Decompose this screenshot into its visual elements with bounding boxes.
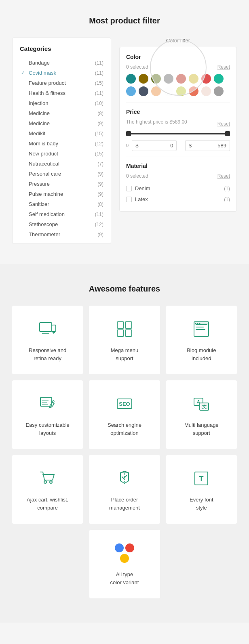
- price-slider-fill: [126, 133, 230, 134]
- svg-rect-11: [196, 327, 204, 327]
- material-item[interactable]: Denim(1): [126, 183, 230, 194]
- color-swatch[interactable]: [164, 86, 173, 96]
- svg-rect-1: [42, 333, 49, 334]
- category-item[interactable]: Thermometer(9): [13, 229, 111, 239]
- divider: [126, 103, 230, 103]
- color-variant-icon: [113, 542, 136, 564]
- price-slider[interactable]: [126, 133, 230, 134]
- color-circle-yellow: [120, 554, 129, 563]
- categories-panel: Categories Bandage(11)✓Covid mask(11)Fea…: [12, 38, 111, 244]
- category-name: Thermometer: [29, 231, 60, 237]
- features-grid: Responsive andretina ready Mega menusupp…: [12, 306, 237, 524]
- category-count: (8): [97, 201, 103, 207]
- category-item[interactable]: Health & fitness(11): [13, 88, 111, 98]
- color-selected: 0 selected: [126, 64, 148, 70]
- color-swatch[interactable]: [126, 86, 136, 96]
- feature-card-mega-menu: Mega menusupport: [89, 306, 160, 374]
- feature-label-blog: Blog moduleincluded: [187, 346, 216, 362]
- category-name: Personal care: [29, 171, 61, 177]
- category-count: (11): [95, 70, 103, 76]
- category-count: (9): [97, 191, 103, 197]
- category-count: (9): [97, 171, 103, 177]
- material-checkbox[interactable]: [126, 186, 132, 191]
- blog-icon: [190, 318, 213, 340]
- price-to-value: 589: [192, 143, 226, 149]
- font-icon: T: [190, 467, 213, 490]
- category-name: Feature product: [29, 80, 66, 86]
- feature-card-font: T Every fontstyle: [166, 455, 237, 524]
- color-swatch[interactable]: [126, 74, 136, 84]
- filter-box: Color 0 selected Reset Price The highest…: [119, 47, 237, 212]
- color-swatch[interactable]: [139, 74, 148, 84]
- category-name: Mom & baby: [29, 141, 58, 147]
- price-handle-right[interactable]: [225, 131, 230, 136]
- color-swatch[interactable]: [189, 86, 198, 96]
- category-item[interactable]: New product(15): [13, 149, 111, 159]
- feature-label-cart: Ajax cart, wishlist,compare: [27, 496, 68, 512]
- category-name: Medicine: [29, 110, 50, 116]
- material-item[interactable]: Latex(1): [126, 194, 230, 205]
- category-item[interactable]: Self medication(11): [13, 209, 111, 219]
- currency-from: $: [135, 143, 138, 149]
- feature-card-cart: Ajax cart, wishlist,compare: [12, 455, 83, 524]
- svg-rect-5: [117, 322, 124, 328]
- color-swatch[interactable]: [151, 86, 161, 96]
- category-item[interactable]: ✓Covid mask(11): [13, 68, 111, 78]
- mega-menu-icon: [113, 318, 136, 340]
- category-item[interactable]: Medicine(9): [13, 118, 111, 128]
- price-to-input[interactable]: $ 589: [185, 140, 230, 151]
- category-item[interactable]: Mom & baby(12): [13, 138, 111, 149]
- category-item[interactable]: Medikit(15): [13, 128, 111, 138]
- color-section-title: Color: [126, 54, 230, 60]
- color-swatch[interactable]: [201, 86, 211, 96]
- category-item[interactable]: Feature product(15): [13, 78, 111, 88]
- price-section-title: Price: [126, 109, 230, 115]
- color-swatch[interactable]: [176, 86, 186, 96]
- category-item[interactable]: Stethoscope(12): [13, 219, 111, 229]
- color-reset[interactable]: Reset: [217, 64, 230, 70]
- material-checkbox[interactable]: [126, 197, 132, 202]
- color-swatch[interactable]: [139, 86, 148, 96]
- color-swatch[interactable]: [164, 74, 173, 84]
- material-reset[interactable]: Reset: [217, 173, 230, 179]
- svg-rect-3: [53, 332, 55, 333]
- color-filter-label: Color filter: [119, 38, 237, 44]
- color-swatch[interactable]: [214, 86, 224, 96]
- color-filter-row: 0 selected Reset: [126, 64, 230, 70]
- svg-point-14: [195, 323, 196, 324]
- price-inputs: 0 $ 0 - $ 589: [126, 140, 230, 151]
- color-swatch[interactable]: [151, 74, 161, 84]
- feature-label-mega-menu: Mega menusupport: [111, 346, 139, 362]
- color-swatch[interactable]: [176, 74, 186, 84]
- color-circle-red: [125, 543, 134, 552]
- responsive-icon: [36, 318, 59, 340]
- color-swatch[interactable]: [214, 74, 224, 84]
- color-swatch[interactable]: [189, 74, 198, 84]
- price-reset[interactable]: Reset: [217, 121, 230, 127]
- divider2: [126, 157, 230, 157]
- price-handle-left[interactable]: [126, 131, 131, 136]
- category-item[interactable]: Pulse machine(9): [13, 189, 111, 199]
- feature-card-language: A 文 Multi languagesupport: [166, 380, 237, 449]
- category-name: Injection: [29, 100, 48, 106]
- color-swatches: [126, 74, 230, 96]
- color-swatch[interactable]: [201, 74, 211, 84]
- category-item[interactable]: Injection(10): [13, 98, 111, 108]
- category-item[interactable]: Medicine(8): [13, 108, 111, 118]
- svg-rect-6: [125, 322, 132, 328]
- category-name: Self medication: [29, 211, 65, 217]
- categories-heading: Categories: [13, 45, 111, 58]
- filter-title: Most product filter: [12, 16, 237, 25]
- category-count: (12): [95, 141, 103, 147]
- category-item[interactable]: Personal care(9): [13, 169, 111, 179]
- order-icon: [113, 467, 136, 490]
- category-count: (11): [95, 212, 103, 217]
- category-count: (11): [95, 90, 103, 96]
- category-name: Pressure: [29, 181, 50, 187]
- category-item[interactable]: Nutraceutical(7): [13, 159, 111, 169]
- category-item[interactable]: Bandage(11): [13, 58, 111, 68]
- category-item[interactable]: Sanitizer(8): [13, 199, 111, 209]
- material-filter-row: 0 selected Reset: [126, 173, 230, 179]
- price-from-input[interactable]: $ 0: [132, 140, 177, 151]
- category-item[interactable]: Pressure(9): [13, 179, 111, 189]
